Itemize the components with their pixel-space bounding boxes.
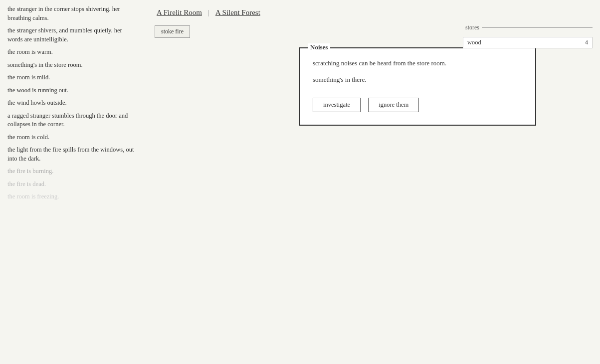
narrative-line: the room is warm. xyxy=(7,48,137,57)
tab-silent-forest[interactable]: A Silent Forest xyxy=(213,7,262,18)
main-area: A Firelit Room | A Silent Forest stoke f… xyxy=(147,0,600,364)
narrative-line: the room is freezing. xyxy=(7,192,137,201)
noises-text-line1: scratching noises can be heard from the … xyxy=(313,58,523,69)
narrative-line: the wind howls outside. xyxy=(7,99,137,108)
stores-panel: stores wood 4 xyxy=(463,27,593,50)
narrative-line: the light from the fire spills from the … xyxy=(7,146,137,163)
narrative-line: something's in the store room. xyxy=(7,61,137,70)
narrative-line: the stranger in the corner stops shiveri… xyxy=(7,5,137,22)
store-name-wood: wood xyxy=(467,39,481,46)
popup-buttons: investigate ignore them xyxy=(313,98,523,112)
narrative-line: the fire is burning. xyxy=(7,167,137,176)
noises-popup: Noises scratching noises can be heard fr… xyxy=(299,47,536,126)
stores-title: stores xyxy=(463,27,593,35)
narrative-line: the room is cold. xyxy=(7,133,137,142)
store-row-wood: wood 4 xyxy=(463,37,593,48)
stores-title-text: stores xyxy=(463,24,482,31)
ignore-them-button[interactable]: ignore them xyxy=(368,98,419,112)
store-value-wood: 4 xyxy=(585,39,588,46)
narrative-line: the stranger shivers, and mumbles quietl… xyxy=(7,26,137,44)
narrative-line: the wood is running out. xyxy=(7,86,137,95)
tabs-container: A Firelit Room | A Silent Forest xyxy=(155,7,593,18)
narrative-line: a ragged stranger stumbles through the d… xyxy=(7,112,137,129)
stoke-fire-button[interactable]: stoke fire xyxy=(155,25,190,38)
tab-firelit-room[interactable]: A Firelit Room xyxy=(155,7,204,18)
narrative-line: the room is mild. xyxy=(7,73,137,82)
tab-separator: | xyxy=(208,8,209,17)
narrative-line: the fire is dead. xyxy=(7,180,137,189)
noises-title: Noises xyxy=(308,43,330,51)
investigate-button[interactable]: investigate xyxy=(313,98,361,112)
narrative-panel: the stranger in the corner stops shiveri… xyxy=(0,0,145,364)
noises-text-line2: something's in there. xyxy=(313,75,523,85)
